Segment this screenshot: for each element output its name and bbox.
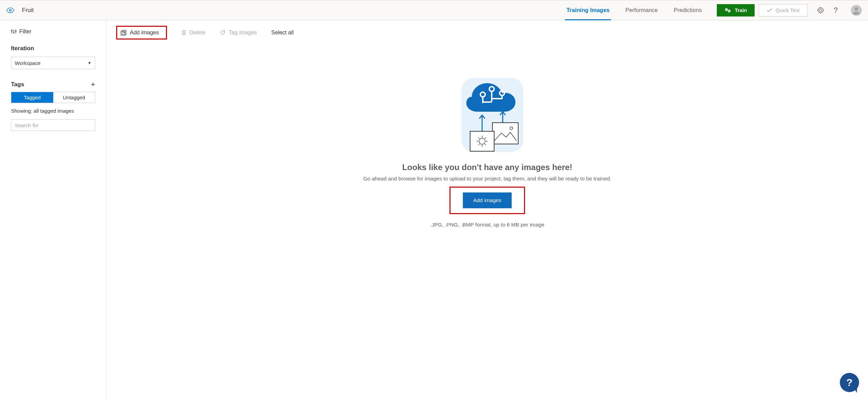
svg-point-8 <box>15 30 16 31</box>
tab-predictions[interactable]: Predictions <box>672 0 703 20</box>
showing-text: Showing: all tagged images <box>11 108 95 114</box>
help-icon[interactable]: ? <box>834 6 838 15</box>
tag-images-label: Tag images <box>229 30 257 36</box>
tab-training-images[interactable]: Training Images <box>565 0 611 20</box>
chevron-down-icon: ▼ <box>88 61 91 65</box>
select-all-label: Select all <box>271 30 294 36</box>
tag-icon <box>220 30 225 35</box>
quick-test-button[interactable]: Quick Test <box>759 4 808 16</box>
supported-formats-text: .JPG, .PNG, .BMP format, up to 6 MB per … <box>430 222 544 228</box>
empty-state: Looks like you don't have any images her… <box>107 44 868 399</box>
settings-icon[interactable] <box>817 7 824 14</box>
svg-rect-9 <box>121 31 125 35</box>
highlight-add-images-center: Add images <box>449 187 525 214</box>
iteration-select-value: Workspace <box>15 60 41 66</box>
tab-training-images-label: Training Images <box>566 7 610 13</box>
svg-point-2 <box>855 7 858 11</box>
add-images-center-button[interactable]: Add images <box>463 192 512 208</box>
select-all-button[interactable]: Select all <box>271 30 294 36</box>
train-button[interactable]: Train <box>717 4 755 16</box>
empty-title: Looks like you don't have any images her… <box>402 163 572 172</box>
tab-performance[interactable]: Performance <box>624 0 659 20</box>
custom-vision-logo-icon <box>6 6 14 14</box>
tagged-toggle-tagged[interactable]: Tagged <box>11 92 53 103</box>
tagged-toggle: Tagged Untagged <box>11 92 95 103</box>
tab-predictions-label: Predictions <box>674 7 702 13</box>
delete-button[interactable]: Delete <box>181 30 205 36</box>
tag-search-input[interactable] <box>11 119 95 131</box>
quick-test-label: Quick Test <box>776 7 800 13</box>
app-header: Fruit Training Images Performance Predic… <box>0 0 868 20</box>
iteration-heading: Iteration <box>11 45 95 52</box>
add-tag-button[interactable]: + <box>91 81 95 88</box>
user-avatar[interactable] <box>851 5 862 16</box>
train-button-label: Train <box>735 7 747 13</box>
svg-point-4 <box>11 30 12 31</box>
svg-rect-22 <box>470 131 494 151</box>
help-chat-button[interactable]: ? <box>840 373 859 392</box>
tagged-toggle-untagged[interactable]: Untagged <box>53 92 95 103</box>
main-content: Add images Delete Tag images Select <box>107 20 868 399</box>
empty-illustration-icon <box>451 75 523 154</box>
filter-label: Filter <box>19 29 32 35</box>
filter-header: Filter <box>11 29 95 35</box>
add-images-button[interactable]: Add images <box>121 30 159 36</box>
trash-icon <box>181 30 186 35</box>
tags-heading: Tags <box>11 81 24 88</box>
add-images-label: Add images <box>130 30 159 36</box>
image-toolbar: Add images Delete Tag images Select <box>107 20 868 44</box>
iteration-select[interactable]: Workspace ▼ <box>11 57 95 69</box>
project-name[interactable]: Fruit <box>22 7 34 14</box>
tag-images-button[interactable]: Tag images <box>220 30 257 36</box>
empty-subtitle: Go ahead and browse for images to upload… <box>363 176 611 182</box>
gears-icon <box>724 8 731 13</box>
check-icon <box>767 8 772 12</box>
delete-label: Delete <box>190 30 205 36</box>
svg-rect-20 <box>492 123 518 144</box>
filter-icon <box>11 29 16 34</box>
svg-point-13 <box>223 31 224 32</box>
sidebar: Filter Iteration Workspace ▼ Tags + Tagg… <box>0 20 107 399</box>
highlight-add-images: Add images <box>116 26 167 40</box>
add-image-icon <box>121 30 126 36</box>
svg-point-1 <box>10 10 11 11</box>
tab-performance-label: Performance <box>625 7 658 13</box>
svg-point-6 <box>13 32 14 33</box>
